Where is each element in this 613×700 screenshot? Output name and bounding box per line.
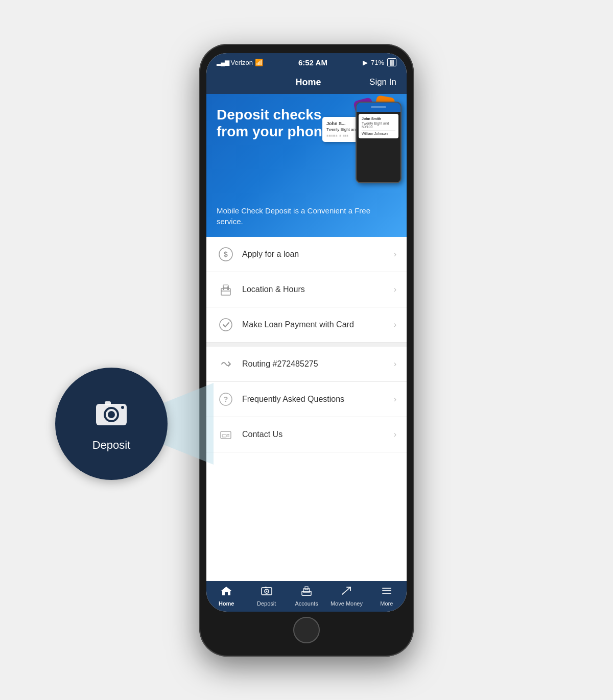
location-chevron: › xyxy=(394,285,396,294)
routing-label: Routing #272485275 xyxy=(242,359,394,369)
svg-rect-26 xyxy=(303,589,310,592)
camera-icon xyxy=(93,396,129,435)
home-tab-label: Home xyxy=(219,600,234,607)
deposit-circle-label: Deposit xyxy=(92,439,131,452)
apply-loan-icon-wrap: $ xyxy=(217,245,235,263)
location-icon: ▶ xyxy=(363,59,368,66)
carrier: Verizon xyxy=(231,59,253,66)
menu-item-loan-payment[interactable]: + Make Loan Payment with Card › xyxy=(206,307,407,343)
hero-title: Deposit checks from your phone xyxy=(217,106,334,140)
svg-rect-27 xyxy=(305,587,308,590)
svg-point-2 xyxy=(108,411,115,418)
phone-screen: ▂▄▆ Verizon 📶 6:52 AM ▶ 71% ▓ Home Sign … xyxy=(206,53,407,612)
faq-icon: ? xyxy=(219,392,233,406)
menu-item-location[interactable]: Location & Hours › xyxy=(206,272,407,307)
location-hours-label: Location & Hours xyxy=(242,285,394,294)
more-tab-label: More xyxy=(380,600,393,607)
tab-home[interactable]: Home xyxy=(206,585,246,607)
wifi-icon: 📶 xyxy=(255,59,263,66)
accounts-tab-icon xyxy=(300,585,313,599)
svg-text:?: ? xyxy=(224,395,228,403)
signal-icon: ▂▄▆ xyxy=(217,59,229,66)
status-time: 6:52 AM xyxy=(298,58,327,67)
menu-list: $ Apply for a loan › xyxy=(206,237,407,581)
loan-payment-icon: + xyxy=(219,318,233,332)
routing-chevron: › xyxy=(394,359,396,369)
check-name-2: John Smith xyxy=(362,117,395,120)
routing-icon-wrap xyxy=(217,355,235,373)
menu-section-1: $ Apply for a loan › xyxy=(206,237,407,343)
home-tab-icon xyxy=(220,585,232,599)
home-button[interactable] xyxy=(293,617,320,643)
tab-bar: Home Deposit xyxy=(206,581,407,612)
contact-chevron: › xyxy=(394,430,396,439)
nav-title: Home xyxy=(296,77,321,88)
svg-point-23 xyxy=(266,590,267,592)
menu-section-2: Routing #272485275 › ? Frequently Asked … xyxy=(206,347,407,452)
status-left: ▂▄▆ Verizon 📶 xyxy=(217,59,263,66)
tab-deposit[interactable]: Deposit xyxy=(246,585,286,607)
loan-icon: $ xyxy=(219,247,233,261)
loan-payment-icon-wrap: + xyxy=(217,316,235,334)
contact-icon-wrap xyxy=(217,425,235,444)
apply-loan-chevron: › xyxy=(394,250,396,259)
accounts-tab-label: Accounts xyxy=(295,600,318,607)
tab-accounts[interactable]: Accounts xyxy=(287,585,326,607)
move-money-tab-label: Move Money xyxy=(331,600,363,607)
hero-subtitle: Mobile Check Deposit is a Convenient a F… xyxy=(217,205,396,227)
apply-loan-label: Apply for a loan xyxy=(242,250,394,259)
more-tab-icon xyxy=(381,585,393,599)
deposit-tab-icon xyxy=(261,585,273,599)
svg-rect-3 xyxy=(105,401,111,405)
tab-move-money[interactable]: Move Money xyxy=(326,585,366,607)
menu-item-contact[interactable]: Contact Us › xyxy=(206,417,407,452)
battery-icon: ▓ xyxy=(387,58,396,66)
nav-bar: Home Sign In xyxy=(206,72,407,94)
check-sig: William Johnson xyxy=(362,130,395,135)
menu-item-routing[interactable]: Routing #272485275 › xyxy=(206,347,407,382)
move-money-tab-icon xyxy=(340,585,352,599)
battery-pct: 71% xyxy=(371,59,384,66)
location-hours-icon xyxy=(219,282,233,297)
check-amount-2: Twenty Eight and 50/100 xyxy=(362,122,395,129)
svg-rect-18 xyxy=(222,435,226,437)
phone-frame: ▂▄▆ Verizon 📶 6:52 AM ▶ 71% ▓ Home Sign … xyxy=(199,44,414,657)
svg-rect-24 xyxy=(265,587,267,588)
contact-icon xyxy=(219,427,233,442)
faq-chevron: › xyxy=(394,395,396,404)
location-icon-wrap xyxy=(217,280,235,299)
svg-text:+: + xyxy=(229,319,231,324)
tab-more[interactable]: More xyxy=(367,585,407,607)
contact-label: Contact Us xyxy=(242,430,394,439)
signin-button[interactable]: Sign In xyxy=(369,77,396,87)
menu-item-faq[interactable]: ? Frequently Asked Questions › xyxy=(206,382,407,417)
routing-icon xyxy=(219,357,233,371)
faq-icon-wrap: ? xyxy=(217,390,235,408)
svg-rect-7 xyxy=(221,288,230,295)
deposit-circle[interactable]: Deposit xyxy=(55,368,168,480)
status-right: ▶ 71% ▓ xyxy=(363,58,396,66)
svg-text:$: $ xyxy=(224,250,228,258)
loan-payment-label: Make Loan Payment with Card xyxy=(242,320,394,329)
menu-divider xyxy=(206,343,407,347)
hero-banner: 💳 ✉️ 💵 🏷 📊 Deposit checks from your phon… xyxy=(206,94,407,237)
status-bar: ▂▄▆ Verizon 📶 6:52 AM ▶ 71% ▓ xyxy=(206,53,407,72)
deposit-tab-label: Deposit xyxy=(257,600,276,607)
menu-item-apply-loan[interactable]: $ Apply for a loan › xyxy=(206,237,407,272)
faq-label: Frequently Asked Questions xyxy=(242,395,394,404)
svg-point-4 xyxy=(121,406,124,409)
loan-payment-chevron: › xyxy=(394,320,396,329)
